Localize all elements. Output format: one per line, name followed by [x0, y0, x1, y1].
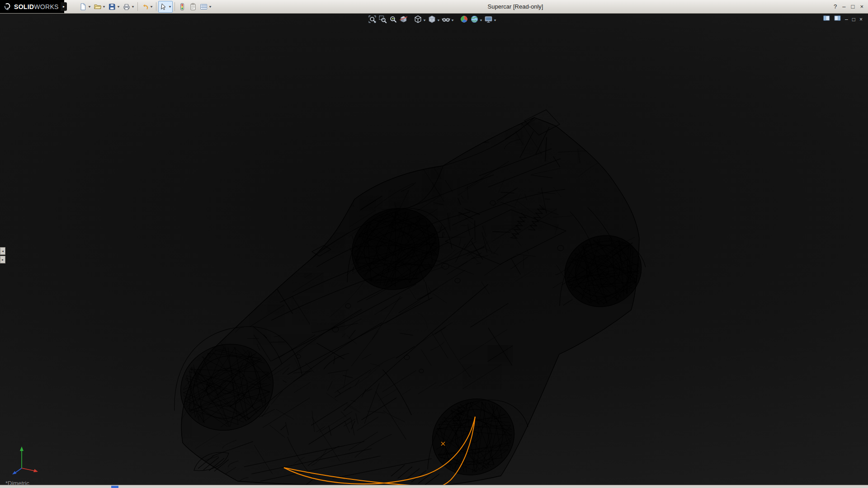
document-title: Supercar [Read-only] — [461, 0, 570, 13]
document-window-controls: –□× — [823, 15, 863, 23]
close-button[interactable]: × — [860, 4, 863, 9]
solidworks-window: SOLIDWORKS ▸ ▼▼▼▼▼▼▼ Supercar [Read-only… — [0, 0, 868, 488]
apply-scene-button[interactable]: ▼ — [469, 15, 483, 25]
solidworks-logo: SOLIDWORKS — [0, 0, 64, 13]
dropdown-caret-icon[interactable]: ▼ — [451, 19, 454, 22]
save-button[interactable]: ▼ — [107, 1, 121, 13]
restore-button[interactable]: □ — [851, 4, 855, 9]
hide-show-items-icon — [442, 15, 450, 25]
zoom-to-area-icon — [378, 15, 387, 25]
pane-left-icon — [823, 15, 830, 23]
dropdown-caret-icon[interactable]: ▼ — [479, 19, 483, 22]
save-icon — [108, 3, 116, 11]
brand-text: SOLIDWORKS — [14, 3, 59, 10]
undo-button[interactable]: ▼ — [140, 1, 154, 13]
expand-right-arrow-icon[interactable]: ▸ — [0, 256, 5, 263]
statusbar — [0, 485, 868, 488]
select-button[interactable]: ▼ — [158, 1, 173, 13]
x-axis-red — [22, 468, 38, 472]
previous-view-icon — [389, 15, 397, 25]
dropdown-caret-icon[interactable]: ▼ — [102, 5, 106, 8]
toolbar-separator — [156, 2, 156, 11]
open-button[interactable]: ▼ — [92, 1, 107, 13]
statusbar-accent — [111, 486, 118, 488]
window-controls: ?–□× — [834, 0, 863, 13]
doc-minimize-button[interactable]: – — [845, 17, 848, 22]
view-settings-icon — [484, 15, 493, 25]
new-document-button[interactable]: ▼ — [78, 1, 92, 13]
y-axis-green — [20, 446, 24, 468]
model-viewport-canvas[interactable] — [0, 13, 868, 485]
panel-splitter[interactable]: ◂ ▸ — [0, 247, 5, 263]
minimize-button[interactable]: – — [842, 4, 845, 9]
section-view-button[interactable] — [398, 15, 409, 25]
dropdown-caret-icon[interactable]: ▼ — [208, 5, 212, 8]
display-style-icon — [428, 15, 436, 25]
edit-appearance-icon — [460, 15, 468, 25]
z-axis-blue — [12, 468, 22, 474]
previous-view-button[interactable] — [388, 15, 398, 25]
rebuild-stoplight-button[interactable] — [177, 1, 188, 13]
edit-appearance-button[interactable] — [459, 15, 469, 25]
view-orientation-button[interactable]: ▼ — [413, 15, 427, 25]
section-view-icon — [399, 15, 408, 25]
file-properties-icon — [189, 3, 197, 11]
dropdown-caret-icon[interactable]: ▼ — [150, 5, 153, 8]
new-document-icon — [79, 3, 87, 11]
dropdown-caret-icon[interactable]: ▼ — [131, 5, 135, 8]
dropdown-caret-icon[interactable]: ▼ — [493, 19, 497, 22]
help-button[interactable]: ? — [834, 4, 837, 9]
menu-expand-button[interactable]: ▸ — [61, 2, 67, 11]
dropdown-caret-icon[interactable]: ▼ — [423, 19, 426, 22]
dropdown-caret-icon[interactable]: ▼ — [88, 5, 91, 8]
zoom-to-area-button[interactable] — [377, 15, 388, 25]
toolbar-separator — [175, 2, 175, 11]
headsup-view-toolbar: ▼▼▼▼▼ — [367, 15, 497, 25]
print-icon — [123, 3, 131, 11]
open-icon — [94, 3, 102, 11]
file-properties-button[interactable] — [188, 1, 198, 13]
main-toolbar: ▼▼▼▼▼▼▼ — [78, 1, 213, 12]
zoom-to-fit-button[interactable] — [367, 15, 377, 25]
dropdown-caret-icon[interactable]: ▼ — [437, 19, 440, 22]
design-table-button[interactable]: ▼ — [198, 1, 213, 13]
display-style-button[interactable]: ▼ — [427, 15, 441, 25]
pane-right-button[interactable] — [834, 15, 841, 23]
hide-show-items-button[interactable]: ▼ — [441, 15, 455, 25]
select-icon — [160, 3, 168, 11]
apply-scene-icon — [470, 15, 479, 25]
graphics-area[interactable]: ▼▼▼▼▼ –□× ◂ ▸ *Dimetric — [0, 13, 868, 485]
pane-left-button[interactable] — [823, 15, 830, 23]
rebuild-stoplight-icon — [178, 3, 186, 11]
3ds-logo-mark-icon — [4, 3, 12, 11]
doc-restore-button[interactable]: □ — [852, 17, 855, 22]
design-table-icon — [200, 3, 208, 11]
print-button[interactable]: ▼ — [121, 1, 136, 13]
collapse-left-arrow-icon[interactable]: ◂ — [0, 247, 5, 255]
zoom-to-fit-icon — [368, 15, 377, 25]
dropdown-caret-icon[interactable]: ▼ — [168, 5, 172, 8]
doc-close-button[interactable]: × — [859, 17, 863, 22]
toolbar-separator — [137, 2, 138, 11]
view-settings-button[interactable]: ▼ — [483, 15, 497, 25]
reference-triad[interactable] — [10, 442, 42, 476]
dropdown-caret-icon[interactable]: ▼ — [117, 5, 120, 8]
pane-right-icon — [834, 15, 841, 23]
undo-icon — [141, 3, 149, 11]
titlebar: SOLIDWORKS ▸ ▼▼▼▼▼▼▼ Supercar [Read-only… — [0, 0, 868, 14]
view-orientation-icon — [414, 15, 422, 25]
